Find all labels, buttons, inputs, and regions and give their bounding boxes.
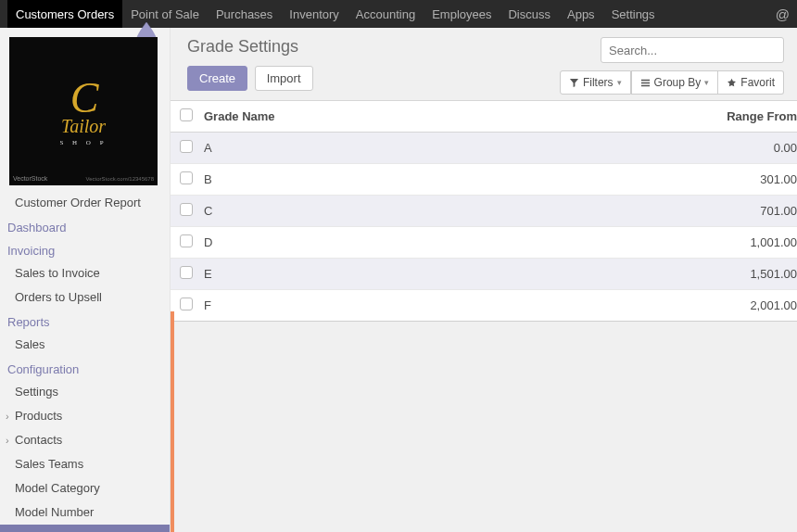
top-menu-item[interactable]: Accounting	[348, 0, 424, 28]
user-menu-icon[interactable]: @	[776, 6, 790, 22]
grade-table: Grade Name Range From A 0.00 B 301.00	[171, 100, 797, 322]
cell-grade-name: B	[198, 164, 510, 196]
table-row[interactable]: B 301.00	[171, 164, 797, 196]
list-view: Grade Name Range From A 0.00 B 301.00	[171, 100, 797, 322]
logo-tagline: S H O P	[59, 139, 107, 146]
company-logo: C Tailor S H O P VectorStock VectorStock…	[9, 37, 158, 185]
sidebar-header-invoicing: Invoicing	[0, 238, 170, 261]
sidebar-item-products[interactable]: Products	[0, 404, 170, 428]
table-row[interactable]: F 2,001.00	[171, 290, 797, 322]
sidebar-header-reports: Reports	[0, 310, 170, 333]
sidebar-item-contacts[interactable]: Contacts	[0, 428, 170, 452]
sidebar-header-dashboard: Dashboard	[0, 215, 170, 238]
table-row[interactable]: E 1,501.00	[171, 259, 797, 290]
groupby-label: Group By	[654, 76, 702, 89]
cell-range-from: 0.00	[510, 133, 797, 164]
sidebar-item-sales[interactable]: Sales	[0, 333, 170, 357]
control-panel: Grade Settings Create Import Filters ▾	[171, 28, 797, 100]
logo-watermark: VectorStock	[13, 175, 47, 182]
top-menu-item[interactable]: Inventory	[281, 0, 347, 28]
favorites-button[interactable]: Favorit	[718, 70, 784, 95]
logo-area: C Tailor S H O P VectorStock VectorStock…	[0, 28, 170, 191]
sidebar-item-grade-settings[interactable]: Grade Settings	[0, 525, 170, 532]
top-menu: Customers Orders Point of Sale Purchases…	[0, 0, 797, 28]
create-button[interactable]: Create	[187, 66, 247, 91]
sidebar-header-configuration: Configuration	[0, 357, 170, 380]
cell-grade-name: D	[198, 227, 510, 259]
star-icon	[727, 78, 737, 88]
vertical-accent-bar	[171, 311, 174, 532]
filter-toolbar: Filters ▾ Group By ▾ Favorit	[560, 70, 784, 95]
list-icon	[640, 78, 651, 88]
row-checkbox[interactable]	[180, 203, 193, 216]
cell-range-from: 301.00	[510, 164, 797, 196]
chevron-down-icon: ▾	[617, 78, 622, 87]
logo-initial: C	[59, 77, 107, 120]
sidebar-item-settings[interactable]: Settings	[0, 380, 170, 404]
table-row[interactable]: D 1,001.00	[171, 227, 797, 259]
row-checkbox[interactable]	[180, 140, 193, 153]
top-menu-item[interactable]: Settings	[603, 0, 664, 28]
column-header-range-from[interactable]: Range From	[510, 101, 797, 133]
row-checkbox[interactable]	[180, 298, 193, 310]
sidebar-item-sales-teams[interactable]: Sales Teams	[0, 452, 170, 476]
filters-label: Filters	[583, 76, 614, 89]
cell-range-from: 701.00	[510, 196, 797, 227]
favorites-label: Favorit	[740, 76, 775, 89]
sidebar-nav: Customer Order Report Dashboard Invoicin…	[0, 191, 170, 532]
top-menu-item[interactable]: Employees	[424, 0, 500, 28]
cell-grade-name: E	[198, 259, 510, 290]
table-row[interactable]: C 701.00	[171, 196, 797, 227]
search-box[interactable]	[601, 37, 784, 63]
logo-watermark-right: VectorStock.com/12345678	[86, 176, 154, 182]
page-title: Grade Settings	[187, 37, 313, 57]
sidebar-item-customer-order-report[interactable]: Customer Order Report	[0, 191, 170, 215]
main-content: Grade Settings Create Import Filters ▾	[171, 28, 797, 532]
cell-grade-name: A	[198, 133, 510, 164]
select-all-checkbox[interactable]	[180, 108, 193, 121]
sidebar-item-model-category[interactable]: Model Category	[0, 476, 170, 500]
top-menu-item[interactable]: Discuss	[500, 0, 559, 28]
import-button[interactable]: Import	[255, 66, 313, 91]
logo-name: Tailor	[59, 116, 107, 137]
row-checkbox[interactable]	[180, 171, 193, 184]
top-menu-item[interactable]: Purchases	[208, 0, 281, 28]
chevron-down-icon: ▾	[704, 78, 709, 87]
cell-range-from: 2,001.00	[510, 290, 797, 322]
sidebar-item-model-number[interactable]: Model Number	[0, 500, 170, 525]
row-checkbox[interactable]	[180, 266, 193, 279]
top-menu-item[interactable]: Apps	[559, 0, 603, 28]
cell-range-from: 1,501.00	[510, 259, 797, 290]
cell-grade-name: F	[198, 290, 510, 322]
row-checkbox[interactable]	[180, 234, 193, 247]
sidebar: C Tailor S H O P VectorStock VectorStock…	[0, 28, 171, 532]
cell-grade-name: C	[198, 196, 510, 227]
funnel-icon	[569, 78, 579, 88]
filters-button[interactable]: Filters ▾	[560, 70, 631, 95]
cell-range-from: 1,001.00	[510, 227, 797, 259]
column-header-grade-name[interactable]: Grade Name	[198, 101, 510, 133]
sidebar-item-sales-to-invoice[interactable]: Sales to Invoice	[0, 261, 170, 285]
sidebar-item-orders-to-upsell[interactable]: Orders to Upsell	[0, 285, 170, 310]
groupby-button[interactable]: Group By ▾	[631, 70, 719, 95]
top-menu-item[interactable]: Customers Orders	[7, 0, 122, 28]
search-input[interactable]	[609, 44, 776, 57]
table-row[interactable]: A 0.00	[171, 133, 797, 164]
